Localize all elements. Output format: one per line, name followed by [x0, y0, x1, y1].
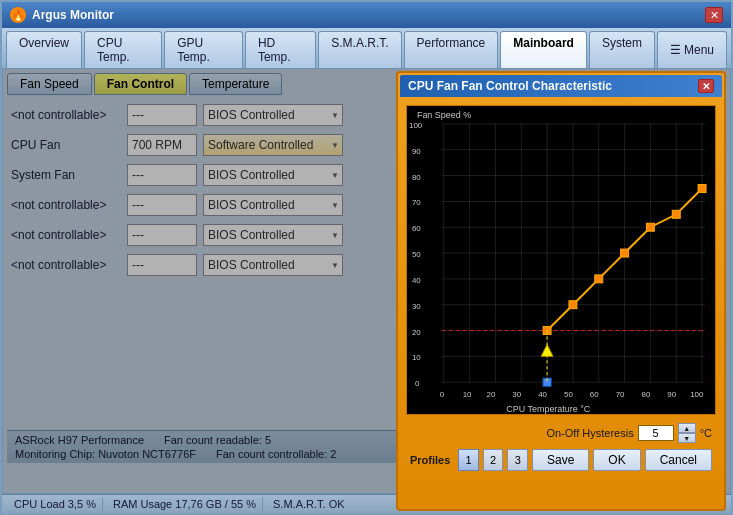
menu-label: Menu [684, 43, 714, 57]
svg-text:70: 70 [616, 390, 625, 399]
hysteresis-decrement[interactable]: ▼ [678, 433, 696, 443]
ok-button[interactable]: OK [593, 449, 640, 471]
svg-rect-53 [698, 184, 706, 192]
svg-rect-51 [646, 223, 654, 231]
svg-rect-48 [569, 301, 577, 309]
hysteresis-spinner: ▲ ▼ [678, 423, 696, 443]
tab-overview[interactable]: Overview [6, 31, 82, 68]
svg-text:70: 70 [412, 198, 421, 207]
svg-text:90: 90 [667, 390, 676, 399]
svg-text:Fan Speed %: Fan Speed % [417, 110, 471, 120]
hysteresis-label: On-Off Hysteresis [546, 427, 633, 439]
svg-text:100: 100 [690, 390, 704, 399]
modal-dialog: CPU Fan Fan Control Characteristic ✕ 100… [396, 71, 726, 511]
modal-title: CPU Fan Fan Control Characteristic [408, 79, 612, 93]
fan-chart: 100 90 80 70 60 50 40 [407, 106, 715, 414]
ram-usage: RAM Usage 17,76 GB / 55 % [107, 497, 263, 511]
menu-icon: ☰ [670, 43, 681, 57]
profiles-row: Profiles 1 2 3 Save OK Cancel [404, 447, 718, 475]
tab-system[interactable]: System [589, 31, 655, 68]
svg-text:CPU Temperature °C: CPU Temperature °C [506, 404, 590, 414]
svg-rect-49 [595, 275, 603, 283]
profile-btn-1[interactable]: 1 [458, 449, 479, 471]
nav-tabs: Overview CPU Temp. GPU Temp. HD Temp. S.… [2, 28, 731, 68]
save-button[interactable]: Save [532, 449, 589, 471]
tab-performance[interactable]: Performance [404, 31, 499, 68]
chart-area: 100 90 80 70 60 50 40 [406, 105, 716, 415]
svg-text:20: 20 [412, 328, 421, 337]
tab-mainboard[interactable]: Mainboard [500, 31, 587, 68]
svg-text:100: 100 [409, 121, 423, 130]
svg-text:30: 30 [512, 390, 521, 399]
svg-text:0: 0 [415, 379, 420, 388]
svg-text:10: 10 [463, 390, 472, 399]
window-close-button[interactable]: ✕ [705, 7, 723, 23]
cancel-button[interactable]: Cancel [645, 449, 712, 471]
profiles-label: Profiles [410, 454, 450, 466]
tab-gpu-temp[interactable]: GPU Temp. [164, 31, 243, 68]
svg-text:10: 10 [412, 353, 421, 362]
svg-text:40: 40 [412, 276, 421, 285]
svg-text:0: 0 [440, 390, 445, 399]
modal-content: 100 90 80 70 60 50 40 [400, 97, 722, 479]
content-area: Fan Speed Fan Control Temperature <not c… [2, 68, 731, 494]
svg-text:40: 40 [538, 390, 547, 399]
svg-text:50: 50 [412, 250, 421, 259]
modal-close-button[interactable]: ✕ [698, 79, 714, 93]
svg-text:90: 90 [412, 147, 421, 156]
svg-text:20: 20 [486, 390, 495, 399]
hysteresis-increment[interactable]: ▲ [678, 423, 696, 433]
svg-text:80: 80 [412, 173, 421, 182]
app-title: Argus Monitor [32, 8, 114, 22]
tab-menu[interactable]: ☰ Menu [657, 31, 727, 68]
svg-rect-52 [672, 210, 680, 218]
svg-rect-50 [621, 249, 629, 257]
svg-text:60: 60 [590, 390, 599, 399]
cpu-load: CPU Load 3,5 % [8, 497, 103, 511]
hysteresis-unit: °C [700, 427, 712, 439]
profile-btn-2[interactable]: 2 [483, 449, 504, 471]
tab-smart[interactable]: S.M.A.R.T. [318, 31, 401, 68]
svg-text:80: 80 [641, 390, 650, 399]
main-window: 🔥 Argus Monitor ✕ Overview CPU Temp. GPU… [0, 0, 733, 515]
app-icon: 🔥 [10, 7, 26, 23]
svg-text:30: 30 [412, 302, 421, 311]
tab-hd-temp[interactable]: HD Temp. [245, 31, 316, 68]
title-bar: 🔥 Argus Monitor ✕ [2, 2, 731, 28]
hysteresis-input[interactable] [638, 425, 674, 441]
smart-status: S.M.A.R.T. OK [267, 497, 351, 511]
action-buttons: Save OK Cancel [532, 449, 712, 471]
profile-btn-3[interactable]: 3 [507, 449, 528, 471]
tab-cpu-temp[interactable]: CPU Temp. [84, 31, 162, 68]
svg-text:50: 50 [564, 390, 573, 399]
hysteresis-row: On-Off Hysteresis ▲ ▼ °C [404, 419, 718, 447]
title-bar-left: 🔥 Argus Monitor [10, 7, 114, 23]
modal-title-bar: CPU Fan Fan Control Characteristic ✕ [400, 75, 722, 97]
modal-overlay: CPU Fan Fan Control Characteristic ✕ 100… [3, 69, 730, 493]
svg-text:60: 60 [412, 224, 421, 233]
